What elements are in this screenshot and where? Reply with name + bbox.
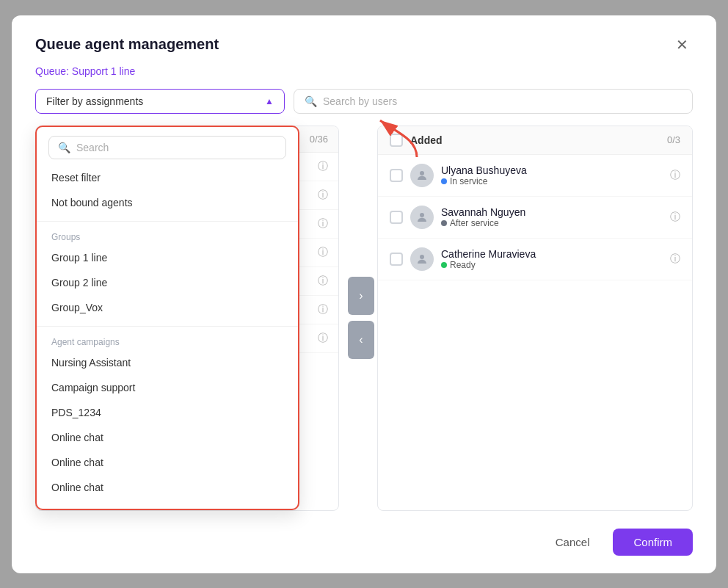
dropdown-item-groupvox[interactable]: Group_Vox [37,295,298,320]
queue-prefix: Queue: [35,65,69,77]
info-icon[interactable]: ⓘ [318,217,328,231]
modal-overlay: Queue agent management ✕ Queue: Support … [0,0,728,588]
section-groups-label: Groups [37,228,298,245]
dropdown-item-reset[interactable]: Reset filter [37,165,298,190]
dropdown-item-not-bound[interactable]: Not bound agents [37,190,298,215]
avatar-2 [410,206,434,229]
chevron-up-icon: ▲ [265,96,274,106]
status-dot-1 [441,178,447,184]
close-button[interactable]: ✕ [671,36,693,54]
agent-status-3: Ready [441,260,536,270]
queue-name: Support 1 line [72,65,135,77]
added-agent-row: Catherine Muravieva Ready ⓘ [378,239,692,280]
added-panel: Added 0/3 Ulyana Bushuyeva In service [377,126,693,511]
agent-status-2: After service [441,218,525,228]
filter-label: Filter by assignments [46,95,143,107]
agent-info-icon-1[interactable]: ⓘ [670,169,680,182]
divider-1 [37,221,298,222]
confirm-button[interactable]: Confirm [613,529,693,556]
filters-row: Filter by assignments ▲ 🔍 [35,89,693,114]
transfer-backward-button[interactable]: ‹ [348,321,374,359]
section-campaigns-label: Agent campaigns [37,333,298,350]
agent-status-1: In service [441,176,527,186]
info-icon[interactable]: ⓘ [318,275,328,288]
agent-info-icon-3[interactable]: ⓘ [670,253,680,266]
status-dot-3 [441,262,447,268]
added-panel-header: Added 0/3 [378,126,692,155]
added-agent-row: Ulyana Bushuyeva In service ⓘ [378,155,692,197]
dropdown-item-campaign-support[interactable]: Campaign support [37,375,298,400]
info-icon[interactable]: ⓘ [318,303,328,316]
dropdown-search-box[interactable]: 🔍 [48,136,286,159]
agent-name-1: Ulyana Bushuyeva [441,164,527,176]
info-icon[interactable]: ⓘ [318,332,328,345]
agent-name-2: Savannah Nguyen [441,206,525,218]
search-icon: 🔍 [305,95,317,107]
avatar-3 [410,247,434,271]
select-all-checkbox[interactable] [390,134,403,147]
modal-title: Queue agent management [35,36,219,53]
info-icon[interactable]: ⓘ [318,246,328,259]
agent-status-text-3: Ready [450,260,476,270]
info-icon[interactable]: ⓘ [318,160,328,173]
info-icon[interactable]: ⓘ [318,189,328,202]
divider-2 [37,326,298,327]
filter-dropdown[interactable]: Filter by assignments ▲ [35,89,285,114]
dropdown-item-online-chat-1[interactable]: Online chat [37,425,298,450]
transfer-column: › ‹ [345,126,377,511]
agent-checkbox-3[interactable] [390,253,403,266]
dropdown-item-online-chat-2[interactable]: Online chat [37,450,298,475]
agent-status-text-1: In service [450,176,487,186]
dropdown-item-pds[interactable]: PDS_1234 [37,400,298,425]
modal-footer: Cancel Confirm [35,523,693,556]
added-header-left: Added [390,134,443,147]
svg-point-3 [420,255,424,259]
agent-checkbox-1[interactable] [390,169,403,182]
agent-info-2: Savannah Nguyen After service [441,206,525,228]
filter-dropdown-menu: 🔍 Reset filter Not bound agents Groups G… [35,126,299,510]
dropdown-item-online-chat-3[interactable]: Online chat [37,475,298,500]
user-search-box[interactable]: 🔍 [294,89,693,114]
agent-info-3: Catherine Muravieva Ready [441,248,536,270]
queue-label: Queue: Support 1 line [35,65,693,77]
modal-container: Queue agent management ✕ Queue: Support … [12,15,716,573]
transfer-forward-button[interactable]: › [348,277,374,315]
dropdown-item-group2[interactable]: Group 2 line [37,270,298,295]
svg-point-2 [420,213,424,217]
agent-info-1: Ulyana Bushuyeva In service [441,164,527,186]
agent-checkbox-2[interactable] [390,211,403,224]
cancel-button[interactable]: Cancel [541,529,605,556]
agents-count: 0/36 [310,134,328,145]
added-agent-row: Savannah Nguyen After service ⓘ [378,197,692,239]
svg-point-1 [420,171,424,175]
avatar-1 [410,164,434,187]
agent-name-3: Catherine Muravieva [441,248,536,260]
agent-status-text-2: After service [450,218,499,228]
dropdown-item-group1[interactable]: Group 1 line [37,245,298,270]
user-search-input[interactable] [323,95,682,107]
dropdown-search-input[interactable] [76,142,277,153]
agent-info-icon-2[interactable]: ⓘ [670,211,680,224]
added-count: 0/3 [667,134,680,145]
modal-header: Queue agent management ✕ [35,36,693,54]
added-title: Added [410,134,443,146]
dropdown-search-icon: 🔍 [58,142,70,153]
dropdown-item-nursing[interactable]: Nursing Assistant [37,350,298,375]
status-dot-2 [441,220,447,226]
